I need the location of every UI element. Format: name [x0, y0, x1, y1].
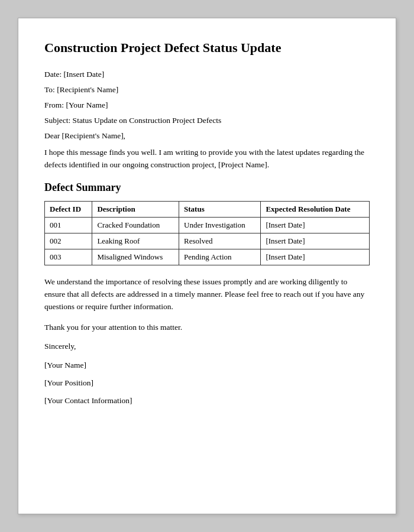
col-header-description: Description: [92, 202, 179, 218]
table-cell-r1-c2: Resolved: [179, 233, 261, 249]
sincerely-line: Sincerely,: [44, 342, 370, 351]
thank-you-line: Thank you for your attention to this mat…: [44, 323, 370, 332]
table-cell-r0-c2: Under Investigation: [179, 218, 261, 233]
table-cell-r0-c1: Cracked Foundation: [92, 218, 179, 233]
defect-summary-heading: Defect Summary: [44, 181, 370, 194]
subject-line: Subject: Status Update on Construction P…: [44, 116, 370, 125]
col-header-defect-id: Defect ID: [45, 202, 92, 218]
signature-block: [Your Name] [Your Position] [Your Contac…: [44, 361, 370, 406]
greeting-line: Dear [Recipient's Name],: [44, 131, 370, 141]
signature-contact: [Your Contact Information]: [44, 396, 370, 406]
table-cell-r2-c1: Misaligned Windows: [92, 249, 179, 265]
table-cell-r1-c3: [Insert Date]: [261, 233, 370, 249]
signature-name: [Your Name]: [44, 361, 370, 370]
col-header-status: Status: [179, 202, 261, 218]
table-header-row: Defect ID Description Status Expected Re…: [45, 202, 370, 218]
col-header-resolution-date: Expected Resolution Date: [261, 202, 370, 218]
table-cell-r0-c0: 001: [45, 218, 92, 233]
defect-table: Defect ID Description Status Expected Re…: [44, 201, 370, 265]
document-container: Construction Project Defect Status Updat…: [18, 18, 396, 514]
table-cell-r1-c1: Leaking Roof: [92, 233, 179, 249]
from-line: From: [Your Name]: [44, 100, 370, 110]
table-cell-r2-c2: Pending Action: [179, 249, 261, 265]
date-line: Date: [Insert Date]: [44, 70, 370, 79]
table-row: 001Cracked FoundationUnder Investigation…: [45, 218, 370, 233]
table-cell-r2-c3: [Insert Date]: [261, 249, 370, 265]
signature-position: [Your Position]: [44, 378, 370, 388]
table-cell-r2-c0: 003: [45, 249, 92, 265]
table-cell-r0-c3: [Insert Date]: [261, 218, 370, 233]
table-row: 003Misaligned WindowsPending Action[Inse…: [45, 249, 370, 265]
table-cell-r1-c0: 002: [45, 233, 92, 249]
closing-paragraph: We understand the importance of resolvin…: [44, 276, 370, 313]
table-row: 002Leaking RoofResolved[Insert Date]: [45, 233, 370, 249]
document-title: Construction Project Defect Status Updat…: [44, 40, 370, 57]
intro-paragraph: I hope this message finds you well. I am…: [44, 147, 370, 171]
to-line: To: [Recipient's Name]: [44, 85, 370, 95]
